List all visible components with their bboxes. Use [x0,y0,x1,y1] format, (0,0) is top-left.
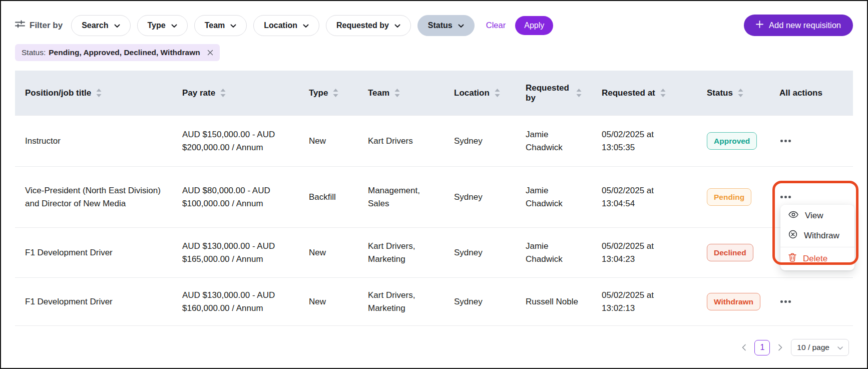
header-status: Status [697,81,769,105]
next-page-icon[interactable] [776,342,785,353]
cell-pay-rate: AUD $130,000.00 - AUD $165,000.00 / Annu… [172,229,299,276]
cell-requested-by: Jamie Chadwick [516,173,592,221]
sort-icon[interactable] [96,89,102,97]
menu-item-withdraw[interactable]: Withdraw [780,225,854,246]
apply-filters-button[interactable]: Apply [515,16,553,35]
header-status-label: Status [707,88,733,98]
cell-position: Instructor [15,124,172,159]
menu-divider [780,247,854,247]
cell-team: Kart Drivers [358,124,444,159]
filter-requested-by-dropdown[interactable]: Requested by [326,15,411,36]
cell-requested-by: Jamie Chadwick [516,117,592,165]
sort-icon[interactable] [220,89,226,97]
cell-team: Kart Drivers, Marketing [358,278,444,325]
filter-team-dropdown[interactable]: Team [194,15,247,36]
sort-icon[interactable] [333,89,338,97]
table-row: Instructor AUD $150,000.00 - AUD $200,00… [15,115,853,166]
cell-pay-rate: AUD $80,000.00 - AUD $100,000.00 / Annum [172,173,299,221]
header-type: Type [299,81,358,105]
status-badge: Approved [707,132,757,150]
chip-close-icon[interactable] [207,50,213,56]
sort-icon[interactable] [576,89,582,97]
add-new-requisition-label: Add new requisition [769,21,841,30]
row-actions-menu-icon[interactable] [779,193,792,201]
row-actions-menu-icon[interactable] [779,297,792,306]
header-location-label: Location [454,88,490,98]
page-size-select[interactable]: 10 / page [791,339,849,356]
page-size-value: 10 / page [797,343,829,352]
filter-by-label: Filter by [30,21,63,31]
cell-type: New [299,235,358,270]
header-all-actions-label: All actions [779,88,822,98]
filter-by-label-group: Filter by [15,20,63,31]
trash-icon [788,253,796,264]
table-bottom-border [15,325,853,326]
table-row: F1 Development Driver AUD $130,000.00 - … [15,227,853,277]
filter-type-dropdown[interactable]: Type [137,15,188,36]
cell-actions [769,278,853,325]
sort-icon[interactable] [495,89,500,97]
table-row: Vice-President (North East Division) and… [15,166,853,227]
sort-icon[interactable] [738,89,743,97]
cell-team: Management, Sales [358,173,444,221]
menu-item-view-label: View [805,211,823,221]
previous-page-icon[interactable] [739,342,748,353]
cell-pay-rate: AUD $130,000.00 - AUD $160,000.00 / Annu… [172,278,299,325]
menu-item-view[interactable]: View [780,206,854,225]
add-new-requisition-button[interactable]: Add new requisition [744,15,853,36]
cell-type: New [299,124,358,159]
cell-status: Withdrawn [697,282,769,321]
cell-location: Sydney [444,180,516,215]
cell-requested-at: 05/02/2025 at 13:05:35 [592,117,697,165]
menu-item-withdraw-label: Withdraw [804,231,839,241]
filter-search-label: Search [82,21,108,30]
header-pay-rate: Pay rate [172,81,299,105]
cell-status: Declined [697,233,769,272]
filter-location-label: Location [264,21,297,30]
cell-type: Backfill [299,180,358,215]
header-team-label: Team [368,88,389,98]
filter-location-dropdown[interactable]: Location [253,15,319,36]
table-row: F1 Development Driver AUD $130,000.00 - … [15,277,853,325]
filter-search-dropdown[interactable]: Search [71,15,130,36]
filter-status-dropdown[interactable]: Status [417,15,475,36]
status-badge: Declined [707,244,753,261]
cell-requested-at: 05/02/2025 at 13:02:13 [592,278,697,325]
sort-icon[interactable] [660,89,666,97]
chevron-down-icon [230,21,236,30]
header-requested-by: Requested by [516,76,592,110]
menu-item-delete-label: Delete [803,254,827,264]
requisitions-table: Position/job title Pay rate Type Team Lo… [15,71,853,326]
cell-requested-by: Russell Noble [516,284,592,319]
cell-actions [769,116,853,166]
chevron-down-icon [458,21,464,30]
cell-actions: View Withdraw Delete [769,167,853,227]
chevron-down-icon [837,343,843,352]
header-requested-at: Requested at [592,81,697,105]
cell-requested-by: Jamie Chadwick [516,229,592,276]
chevron-down-icon [394,21,400,30]
filter-requested-by-label: Requested by [336,21,389,30]
eye-icon [788,211,798,221]
row-actions-menu-icon[interactable] [779,137,792,145]
x-circle-icon [788,230,797,241]
pagination: 1 10 / page [15,339,849,356]
cell-status: Approved [697,121,769,161]
cell-requested-at: 05/02/2025 at 13:04:54 [592,173,697,221]
cell-status: Pending [697,177,769,217]
sliders-icon [15,20,25,31]
chip-values: Pending, Approved, Declined, Withdrawn [49,48,200,57]
cell-team: Kart Drivers, Marketing [358,229,444,276]
filter-bar: Filter by Search Type Team Location Requ… [1,1,867,36]
sort-icon[interactable] [394,89,400,97]
filter-type-label: Type [148,21,166,30]
chevron-down-icon [114,21,120,30]
chevron-down-icon [171,21,177,30]
menu-item-delete[interactable]: Delete [780,248,854,269]
row-actions-dropdown: View Withdraw Delete [780,205,854,270]
chip-label: Status: [22,48,46,57]
header-requested-by-label: Requested by [526,83,571,103]
clear-filters-button[interactable]: Clear [486,21,506,30]
page-number-button[interactable]: 1 [754,340,770,355]
cell-position: Vice-President (North East Division) and… [15,173,172,221]
